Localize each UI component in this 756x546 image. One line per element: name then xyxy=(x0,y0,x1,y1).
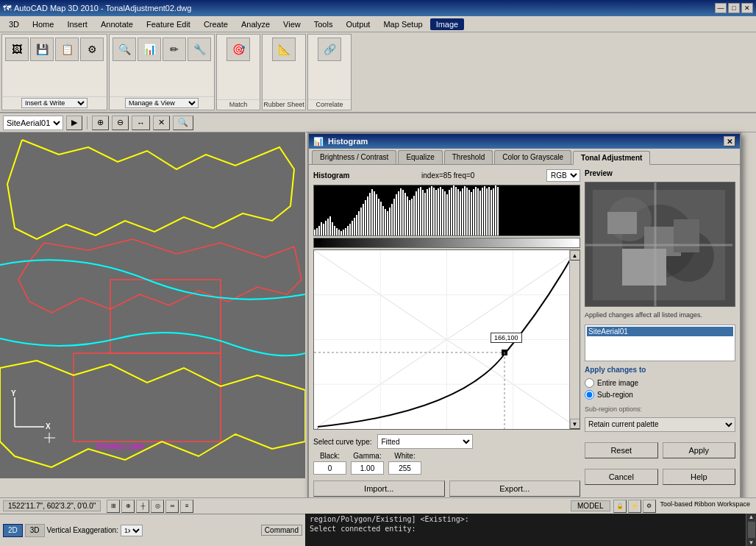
menu-3d[interactable]: 3D xyxy=(3,18,25,30)
status-icon1[interactable]: 🔒 xyxy=(613,500,627,513)
entire-image-radio-row: Entire image xyxy=(585,378,735,388)
toolbar-btn1[interactable]: ▶ xyxy=(66,116,82,130)
image-list-item[interactable]: SiteAerial01 xyxy=(587,327,733,336)
command-label-btn[interactable]: Command xyxy=(261,525,302,536)
toolbar-btn6[interactable]: 🔍 xyxy=(173,116,193,130)
black-marker[interactable] xyxy=(314,238,323,244)
export-button[interactable]: Export... xyxy=(449,481,581,497)
image-select-dropdown[interactable]: SiteAerial01 xyxy=(3,116,63,130)
curve-scrollbar[interactable]: ▲ ▼ xyxy=(569,250,580,429)
command-scrollbar[interactable]: ▲ ▼ xyxy=(746,514,756,546)
polar-icon[interactable]: ◎ xyxy=(151,500,164,513)
menu-image[interactable]: Image xyxy=(430,18,465,30)
manage-icon3[interactable]: ✏ xyxy=(163,38,186,61)
cmd-scroll-down[interactable]: ▼ xyxy=(749,539,755,546)
menu-insert[interactable]: Insert xyxy=(61,18,93,30)
svg-rect-60 xyxy=(442,189,443,235)
white-input[interactable] xyxy=(388,461,421,475)
icon4[interactable]: ⚙ xyxy=(80,38,104,61)
curve-area[interactable]: 166,100 ▲ ▼ xyxy=(313,249,580,430)
svg-rect-38 xyxy=(393,199,395,235)
help-button[interactable]: Help xyxy=(663,469,736,485)
scroll-up-arrow[interactable]: ▲ xyxy=(570,250,580,260)
menu-output[interactable]: Output xyxy=(340,18,376,30)
svg-rect-56 xyxy=(433,188,435,235)
svg-rect-3 xyxy=(316,228,318,235)
map-svg: Smokey Lake Y X xyxy=(0,132,305,478)
3d-button[interactable]: 3D xyxy=(25,524,45,537)
svg-rect-39 xyxy=(396,194,397,235)
svg-rect-66 xyxy=(455,187,457,235)
svg-rect-49 xyxy=(418,188,419,235)
import-button[interactable]: Import... xyxy=(313,481,445,497)
command-input[interactable] xyxy=(310,533,741,546)
vert-exag-select[interactable]: 1x xyxy=(121,525,143,536)
menu-tools[interactable]: Tools xyxy=(308,18,339,30)
sub-region-radio[interactable] xyxy=(585,390,594,400)
otrack-icon[interactable]: ∞ xyxy=(165,500,179,513)
svg-rect-21 xyxy=(356,215,357,235)
ribbon-section-correlate: 🔗 Correlate xyxy=(307,34,352,110)
menu-annotate[interactable]: Annotate xyxy=(95,18,139,30)
black-input[interactable] xyxy=(313,461,346,475)
reset-apply-row: Reset Apply xyxy=(585,442,735,458)
status-icon2[interactable]: ⚡ xyxy=(628,500,641,513)
icon3[interactable]: 📋 xyxy=(55,38,79,61)
insert-icon[interactable]: 🖼 xyxy=(5,38,29,61)
command-line1: region/Polygon/Existing] <Existing>: xyxy=(305,514,756,525)
maximize-button[interactable]: □ xyxy=(728,3,740,13)
status-icon3[interactable]: ⚙ xyxy=(643,500,656,513)
menu-view[interactable]: View xyxy=(277,18,307,30)
lineweight-icon[interactable]: ≡ xyxy=(180,500,193,513)
svg-rect-63 xyxy=(449,190,450,235)
tab-threshold[interactable]: Threshold xyxy=(444,150,493,164)
entire-image-radio[interactable] xyxy=(585,378,594,388)
menu-home[interactable]: Home xyxy=(26,18,60,30)
white-input-group: White: xyxy=(388,452,421,475)
manage-icon4[interactable]: 🔧 xyxy=(188,38,211,61)
scroll-down-arrow[interactable]: ▼ xyxy=(570,419,580,429)
rgb-channel-select[interactable]: RGB xyxy=(546,169,580,182)
section-dropdown[interactable]: Insert & Write xyxy=(21,98,88,108)
title-bar-left: 🗺 AutoCAD Map 3D 2010 - TonalAdjustment0… xyxy=(3,4,191,13)
tab-equalize[interactable]: Equalize xyxy=(398,150,442,164)
correlate-icon[interactable]: 🔗 xyxy=(318,38,341,61)
manage-icon2[interactable]: 📊 xyxy=(138,38,161,61)
apply-button[interactable]: Apply xyxy=(663,442,736,458)
cancel-button[interactable]: Cancel xyxy=(585,469,658,485)
svg-rect-85 xyxy=(497,187,499,235)
save-icon[interactable]: 💾 xyxy=(30,38,54,61)
minimize-button[interactable]: — xyxy=(715,3,727,13)
dialog-close-button[interactable]: ✕ xyxy=(724,136,735,146)
ortho-icon[interactable]: ┼ xyxy=(136,500,149,513)
apply-changes-label: Apply changes to xyxy=(585,366,735,374)
toolbar-btn4[interactable]: ↔ xyxy=(132,116,150,130)
manage-icon1[interactable]: 🔍 xyxy=(113,38,136,61)
curve-type-select[interactable]: Fitted xyxy=(377,434,473,449)
cmd-scroll-up[interactable]: ▲ xyxy=(749,514,755,520)
reset-button[interactable]: Reset xyxy=(585,442,658,458)
tab-color-grayscale[interactable]: Color to Grayscale xyxy=(494,150,571,164)
rubber-sheet-icon[interactable]: 📐 xyxy=(272,38,296,61)
snap-icon[interactable]: ⊕ xyxy=(121,500,135,513)
dialog-title-text: Histogram xyxy=(328,137,368,146)
svg-rect-72 xyxy=(468,190,470,235)
manage-dropdown[interactable]: Manage & View xyxy=(125,98,199,108)
svg-rect-70 xyxy=(464,186,466,235)
subregion-select[interactable]: Retain current palette xyxy=(585,417,735,432)
menu-create[interactable]: Create xyxy=(198,18,234,30)
menu-feature-edit[interactable]: Feature Edit xyxy=(140,18,196,30)
toolbar-btn5[interactable]: ✕ xyxy=(153,116,170,130)
2d-button[interactable]: 2D xyxy=(3,524,23,537)
toolbar-btn3[interactable]: ⊖ xyxy=(112,116,129,130)
white-marker[interactable] xyxy=(571,238,580,244)
menu-analyze[interactable]: Analyze xyxy=(235,18,276,30)
grid-icon[interactable]: ⊞ xyxy=(107,500,120,513)
menu-map-setup[interactable]: Map Setup xyxy=(377,18,428,30)
tab-brightness-contrast[interactable]: Brightness / Contrast xyxy=(312,150,396,164)
gamma-input[interactable] xyxy=(351,461,384,475)
toolbar-btn2[interactable]: ⊕ xyxy=(92,116,109,130)
tab-tonal-adjustment[interactable]: Tonal Adjustment xyxy=(573,151,650,165)
close-button[interactable]: ✕ xyxy=(741,3,753,13)
match-icon[interactable]: 🎯 xyxy=(227,38,250,61)
